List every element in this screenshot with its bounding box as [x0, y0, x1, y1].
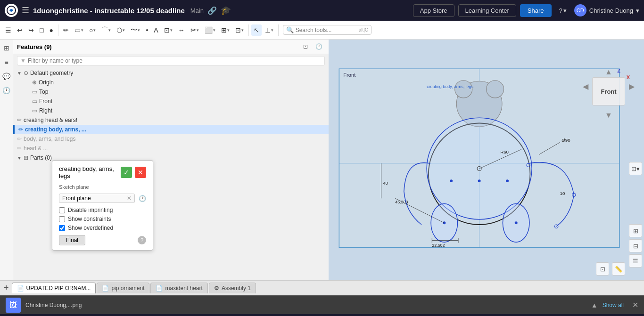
download-thumbnail: 🖼	[6, 298, 21, 313]
search-input[interactable]	[296, 27, 357, 33]
tree-item-top[interactable]: ▭ Top	[13, 87, 329, 97]
app-store-button[interactable]: App Store	[413, 4, 454, 17]
tab-assembly-icon: ⚙	[214, 285, 219, 292]
polygon-tool[interactable]: ⬡ ▾	[114, 24, 127, 36]
hamburger-menu[interactable]: ☰	[22, 5, 29, 16]
tree-label-default-geometry: Default geometry	[30, 70, 325, 76]
learning-center-button[interactable]: Learning Center	[458, 4, 516, 17]
toolbar-separator-1	[58, 24, 58, 36]
tree-item-head-ears2[interactable]: ✏ head & ...	[13, 144, 329, 153]
display-mode-button[interactable]: ☰	[629, 254, 642, 267]
left-panel-clock-icon[interactable]: 🕐	[1, 85, 12, 96]
popup-show-constraints-row: Show constraints	[59, 216, 146, 222]
toolbar-bullet-list[interactable]: ☰	[3, 24, 14, 36]
select-tool[interactable]: ↖	[251, 24, 262, 36]
show-overdefined-label: Show overdefined	[68, 225, 113, 231]
view-options-button[interactable]: ⊡▾	[629, 162, 642, 175]
help-icon: ?	[559, 7, 562, 14]
popup-sketch-plane-row: Sketch plane	[59, 184, 146, 190]
measure-button[interactable]: 📏	[612, 262, 625, 275]
plane-right-icon: ▭	[32, 107, 37, 114]
tree-item-body-arms[interactable]: ✏ body, arms, and legs	[13, 134, 329, 144]
measure-tool[interactable]: ⊡ ▾	[233, 24, 246, 36]
view-cube-up: ▲	[605, 68, 612, 76]
point-tool[interactable]: •	[143, 24, 150, 36]
disable-imprinting-checkbox[interactable]	[59, 207, 65, 213]
tab-pip-ornament[interactable]: 📄 UPDATED PIP ORNAM...	[12, 283, 96, 293]
text-tool[interactable]: A	[151, 24, 160, 36]
search-tools-box[interactable]: 🔍 alt|C	[283, 25, 372, 35]
sketch-head2-icon: ✏	[17, 145, 22, 152]
tree-toggle-parts-icon: ▼	[17, 155, 22, 161]
circle-tool[interactable]: ○ ▾	[87, 24, 98, 36]
user-chevron-icon: ▾	[636, 7, 639, 14]
popup-cancel-button[interactable]: ✕	[135, 167, 146, 178]
left-panel-features-icon[interactable]: ≡	[1, 57, 12, 68]
rect-tool[interactable]: ▭ ▾	[72, 24, 86, 36]
popup-show-overdefined-row: Show overdefined	[59, 225, 146, 231]
trim-tool[interactable]: ✂ ▾	[188, 24, 201, 36]
section-view-button[interactable]: ⊞	[629, 224, 642, 237]
show-constraints-checkbox[interactable]	[59, 216, 65, 222]
arc-tool[interactable]: ⌒ ▾	[99, 24, 113, 36]
popup-confirm-button[interactable]: ✓	[121, 167, 132, 178]
left-panel-top-icon[interactable]: ⊞	[1, 42, 12, 54]
user-menu-button[interactable]: CD Christine Duong ▾	[574, 4, 639, 16]
redo-button[interactable]: ↪	[26, 24, 36, 36]
filter-box[interactable]: ▼	[17, 56, 325, 65]
tree-label-body-arms: body, arms, and legs	[24, 136, 325, 142]
download-close-button[interactable]: ✕	[632, 300, 638, 309]
download-chevron-icon[interactable]: ▲	[591, 301, 598, 309]
zoom-fit-button[interactable]: ⊡	[596, 262, 609, 275]
spline-tool[interactable]: 〜 ▾	[128, 24, 142, 36]
tree-item-right[interactable]: ▭ Right	[13, 106, 329, 115]
tree-item-creating-head[interactable]: ✏ creating head & ears!	[13, 115, 329, 125]
tree-item-default-geometry[interactable]: ▼ ⊙ Default geometry	[13, 68, 329, 78]
mirror-tool[interactable]: ⬜ ▾	[202, 24, 218, 36]
pattern-tool[interactable]: ⊞ ▾	[219, 24, 232, 36]
view-left-button[interactable]: ◀	[583, 82, 588, 91]
undo-button[interactable]: ↩	[15, 24, 25, 36]
popup-disable-imprinting-row: Disable imprinting	[59, 207, 146, 213]
tab-pip-ornament2[interactable]: 📄 pip ornament	[97, 283, 149, 293]
svg-point-6	[455, 81, 472, 98]
popup-clock-icon[interactable]: 🕐	[139, 195, 146, 202]
share-button[interactable]: Share	[520, 4, 552, 17]
circle-button[interactable]: ●	[47, 24, 55, 36]
link-icon[interactable]: 🔗	[207, 6, 217, 15]
svg-text:Ø90: Ø90	[561, 138, 570, 143]
show-overdefined-checkbox[interactable]	[59, 225, 65, 231]
constraint-tool[interactable]: ⊥ ▾	[263, 24, 276, 36]
view-right-button[interactable]: ▶	[629, 82, 635, 91]
view-cube-left: ◀	[583, 82, 588, 91]
view-up-button[interactable]: ▲	[605, 68, 612, 76]
document-title: 1duongchristine - instructable 12/05 dea…	[33, 7, 185, 15]
tab-assembly1[interactable]: ⚙ Assembly 1	[209, 283, 256, 293]
tree-item-front[interactable]: ▭ Front	[13, 97, 329, 106]
feature-clock-btn[interactable]: 🕐	[313, 41, 325, 52]
view-cube-front-face[interactable]: Front	[592, 77, 625, 105]
sketch-button[interactable]: □	[37, 24, 46, 36]
offset-tool[interactable]: ⊡ ▾	[162, 24, 175, 36]
tree-item-creating-body[interactable]: ✏ creating body, arms, ...	[13, 125, 329, 134]
feature-display-btn[interactable]: ⊡	[301, 41, 310, 52]
popup-plane-clear-icon[interactable]: ✕	[127, 195, 132, 202]
tab-maxident-heart[interactable]: 📄 maxident heart	[150, 283, 207, 293]
left-panel-comment-icon[interactable]: 💬	[1, 71, 12, 82]
final-button[interactable]: Final	[59, 235, 85, 245]
render-mode-button[interactable]: ⊟	[629, 239, 642, 252]
sketch-tool[interactable]: ✏	[61, 24, 71, 36]
filter-input[interactable]	[28, 57, 322, 64]
dimension-tool[interactable]: ↔	[176, 24, 187, 36]
view-down-button[interactable]: ▼	[605, 111, 612, 120]
tab-label-3: maxident heart	[165, 285, 202, 292]
help-button[interactable]: ?▾	[555, 5, 570, 16]
add-tab-button[interactable]: +	[2, 283, 11, 293]
popup-help-icon[interactable]: ?	[138, 236, 146, 244]
sketch-arms-icon: ✏	[17, 136, 22, 142]
popup-plane-field[interactable]: Front plane ✕	[59, 194, 135, 203]
show-all-button[interactable]: Show all	[603, 302, 624, 308]
feature-panel-title: Features (9)	[17, 43, 298, 50]
tree-item-origin[interactable]: ⊕ Origin	[13, 78, 329, 87]
popup-plane-field-row[interactable]: Front plane ✕ 🕐	[59, 194, 146, 203]
